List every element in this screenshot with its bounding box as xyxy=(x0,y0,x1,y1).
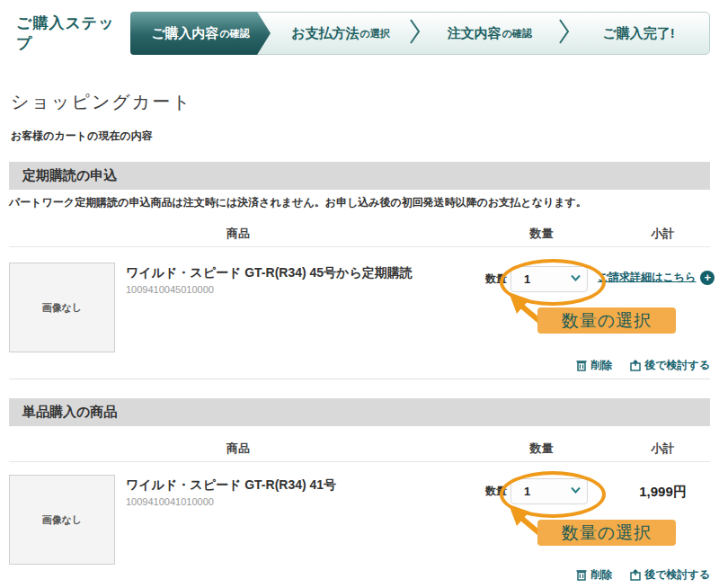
step-payment-method: お支払方法の選択 xyxy=(271,13,411,54)
column-header-quantity: 数量 xyxy=(467,441,616,457)
subscription-note: パートワーク定期購読の申込商品は注文時には決済されません。お申し込み後の初回発送… xyxy=(9,195,587,210)
cart-item-row: 画像なし ワイルド・スピード GT-R(R34) 45号から定期購読 10094… xyxy=(9,261,710,356)
steps-label: ご購入ステップ xyxy=(16,13,130,54)
no-image-label: 画像なし xyxy=(42,301,83,315)
quantity-label: 数量 xyxy=(485,484,507,499)
quantity-select-wrap: 1 xyxy=(510,266,588,292)
trash-icon xyxy=(576,569,587,581)
plus-icon[interactable]: + xyxy=(700,271,715,285)
quantity-label: 数量 xyxy=(485,272,507,287)
delete-label: 削除 xyxy=(590,358,612,373)
table-header: 商品 数量 小計 xyxy=(9,435,710,462)
save-for-later-button[interactable]: 後で検討する xyxy=(630,358,710,373)
step-suffix-text: の選択 xyxy=(360,27,390,40)
section-title-single-purchase: 単品購入の商品 xyxy=(9,398,710,426)
item-actions: 削除 後で検討する xyxy=(576,358,710,373)
box-arrow-icon xyxy=(630,569,641,581)
delete-button[interactable]: 削除 xyxy=(576,358,612,373)
product-code: 1009410041010000 xyxy=(126,496,467,507)
quantity-select[interactable]: 1 xyxy=(510,478,588,504)
annotation-callout: 数量の選択 xyxy=(537,520,676,546)
column-header-product: 商品 xyxy=(9,226,467,242)
page-title: ショッピングカート xyxy=(11,90,192,114)
annotation-callout: 数量の選択 xyxy=(537,307,676,334)
step-main-text: ご購入完了! xyxy=(602,25,674,42)
column-header-product: 商品 xyxy=(9,441,467,457)
step-main-text: 注文内容 xyxy=(448,25,502,42)
column-header-subtotal: 小計 xyxy=(616,441,710,457)
section-title-subscription: 定期購読の申込 xyxy=(9,162,710,190)
save-for-later-button[interactable]: 後で検討する xyxy=(630,567,710,583)
column-header-subtotal: 小計 xyxy=(616,226,710,242)
trash-icon xyxy=(576,360,587,371)
step-order-confirm: 注文内容の確認 xyxy=(420,13,560,54)
item-actions: 削除 後で検討する xyxy=(576,567,710,583)
box-arrow-icon xyxy=(630,360,641,371)
column-header-quantity: 数量 xyxy=(467,226,616,242)
step-purchase-complete: ご購入完了! xyxy=(569,13,709,54)
quantity-select[interactable]: 1 xyxy=(510,266,588,292)
product-name: ワイルド・スピード GT-R(R34) 41号 xyxy=(126,477,467,494)
page-subtitle: お客様のカートの現在の内容 xyxy=(11,129,153,144)
save-for-later-label: 後で検討する xyxy=(644,358,710,373)
product-code: 1009410045010000 xyxy=(126,284,467,295)
cart-item-row: 画像なし ワイルド・スピード GT-R(R34) 41号 10094100410… xyxy=(9,473,710,568)
billing-details-link[interactable]: ご請求詳細はこちら xyxy=(598,270,696,285)
step-purchase-details: ご購入内容の確認 xyxy=(130,12,271,55)
step-suffix-text: の確認 xyxy=(502,27,532,40)
step-main-text: お支払方法 xyxy=(291,25,359,42)
no-image-label: 画像なし xyxy=(42,513,83,527)
delete-button[interactable]: 削除 xyxy=(576,567,612,583)
delete-label: 削除 xyxy=(590,567,612,583)
quantity-select-wrap: 1 xyxy=(510,478,588,504)
steps-container: ご購入内容の確認 お支払方法の選択 注文内容の確認 ご購入完了! xyxy=(130,12,710,55)
product-image-placeholder: 画像なし xyxy=(9,475,115,565)
section-divider xyxy=(9,379,710,379)
purchase-steps-bar: ご購入ステップ ご購入内容の確認 お支払方法の選択 注文内容の確認 ご購入完了! xyxy=(0,12,719,55)
item-subtotal: 1,999円 xyxy=(616,484,710,501)
step-suffix-text: の確認 xyxy=(220,27,250,40)
table-header: 商品 数量 小計 xyxy=(9,220,710,247)
product-name: ワイルド・スピード GT-R(R34) 45号から定期購読 xyxy=(126,265,467,281)
step-main-text: ご購入内容 xyxy=(151,25,218,42)
save-for-later-label: 後で検討する xyxy=(644,567,710,583)
product-image-placeholder: 画像なし xyxy=(9,263,115,352)
billing-details-link-wrap: ご請求詳細はこちら + xyxy=(598,270,715,285)
